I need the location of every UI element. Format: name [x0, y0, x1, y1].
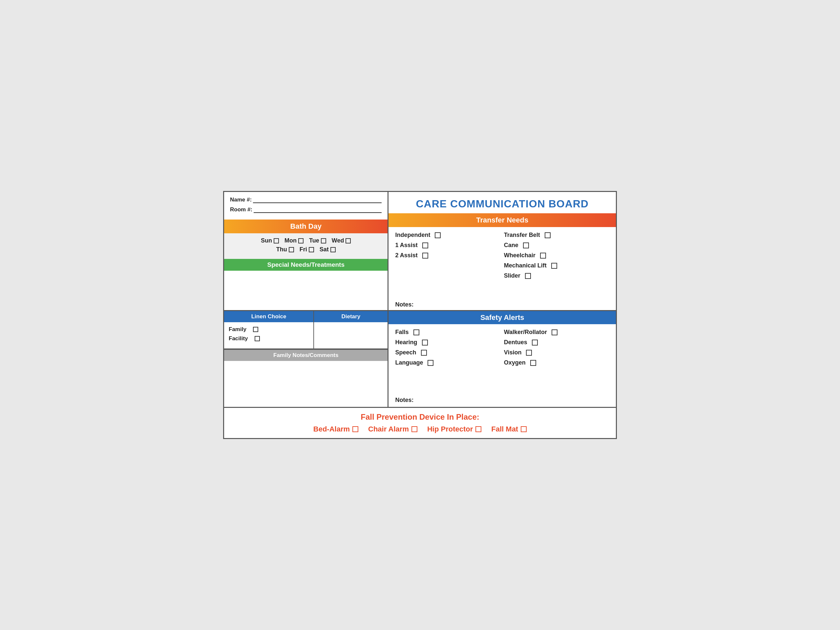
- falls-checkbox[interactable]: [414, 330, 419, 335]
- sat-checkbox[interactable]: [330, 247, 336, 252]
- footer-section: Fall Prevention Device In Place: Bed-Ala…: [224, 408, 616, 438]
- mon-checkbox[interactable]: [298, 238, 303, 243]
- right-top-panel: CARE COMMUNICATION BOARD Transfer Needs …: [388, 192, 616, 310]
- left-bottom-panel: Linen Choice Family Facility Dietary: [224, 311, 388, 407]
- day-sun[interactable]: Sun: [261, 237, 279, 244]
- cane-checkbox[interactable]: [523, 243, 529, 248]
- tue-checkbox[interactable]: [321, 238, 326, 243]
- fall-prevention-title: Fall Prevention Device In Place:: [231, 412, 609, 422]
- bath-day-header: Bath Day: [224, 219, 387, 233]
- linen-content: Family Facility: [224, 322, 313, 349]
- day-wed[interactable]: Wed: [332, 237, 351, 244]
- safety-hearing: Hearing: [395, 339, 501, 346]
- transfer-wheelchair: Wheelchair: [504, 252, 609, 259]
- wheelchair-checkbox[interactable]: [540, 253, 546, 259]
- safety-walker: Walker/Rollator: [504, 329, 609, 336]
- safety-falls: Falls: [395, 329, 501, 336]
- oxygen-checkbox[interactable]: [530, 360, 536, 366]
- safety-alerts-header: Safety Alerts: [388, 311, 616, 324]
- care-communication-board: Name #: Room #: Bath Day Sun Mon Tue Wed: [223, 191, 617, 439]
- dietary-cell: Dietary: [314, 311, 387, 349]
- family-checkbox[interactable]: [253, 327, 258, 332]
- name-label: Name #:: [230, 197, 252, 203]
- board-title: CARE COMMUNICATION BOARD: [388, 192, 616, 213]
- linen-facility: Facility: [229, 335, 309, 342]
- transfer-needs-header: Transfer Needs: [388, 213, 616, 227]
- bottom-section: Linen Choice Family Facility Dietary: [224, 311, 616, 408]
- transfer-independent: Independent: [395, 232, 501, 238]
- hip-protector-checkbox[interactable]: [475, 426, 482, 432]
- fall-prevention-items: Bed-Alarm Chair Alarm Hip Protector Fall…: [231, 425, 609, 433]
- family-notes-header: Family Notes/Comments: [224, 349, 387, 361]
- safety-content: Falls Hearing Speech Language Walker/Rol…: [388, 324, 616, 396]
- safety-left-col: Falls Hearing Speech Language: [395, 329, 501, 392]
- two-assist-checkbox[interactable]: [422, 253, 428, 259]
- safety-language: Language: [395, 359, 501, 366]
- transfer-left-col: Independent 1 Assist 2 Assist: [395, 232, 501, 293]
- room-label: Room #:: [230, 206, 252, 213]
- name-field-row: Name #:: [230, 197, 382, 203]
- thu-checkbox[interactable]: [289, 247, 294, 252]
- chair-alarm-item[interactable]: Chair Alarm: [368, 425, 417, 433]
- safety-oxygen: Oxygen: [504, 359, 609, 366]
- fall-mat-label: Fall Mat: [491, 425, 518, 433]
- hip-protector-label: Hip Protector: [427, 425, 473, 433]
- transfer-cane: Cane: [504, 242, 609, 249]
- dietary-header: Dietary: [314, 311, 387, 322]
- special-needs-content: [224, 271, 387, 310]
- vision-checkbox[interactable]: [526, 350, 532, 356]
- sun-checkbox[interactable]: [274, 238, 279, 243]
- dentures-checkbox[interactable]: [532, 339, 538, 346]
- transfer-content: Independent 1 Assist 2 Assist Transfer B…: [388, 227, 616, 298]
- safety-vision: Vision: [504, 349, 609, 356]
- linen-dietary-row: Linen Choice Family Facility Dietary: [224, 311, 387, 349]
- hip-protector-item[interactable]: Hip Protector: [427, 425, 482, 433]
- transfer-right-col: Transfer Belt Cane Wheelchair Mechanical…: [504, 232, 609, 293]
- left-top-panel: Name #: Room #: Bath Day Sun Mon Tue Wed: [224, 192, 388, 310]
- name-underline: [253, 202, 382, 203]
- walker-checkbox[interactable]: [551, 330, 557, 335]
- wed-checkbox[interactable]: [346, 238, 351, 243]
- transfer-2assist: 2 Assist: [395, 252, 501, 259]
- day-fri[interactable]: Fri: [300, 246, 314, 253]
- linen-choice-header: Linen Choice: [224, 311, 313, 322]
- bath-days-section: Sun Mon Tue Wed Thu Fri Sat: [224, 233, 387, 259]
- day-sat[interactable]: Sat: [320, 246, 336, 253]
- safety-dentures: Dentues: [504, 339, 609, 346]
- fri-checkbox[interactable]: [309, 247, 314, 252]
- room-field-row: Room #:: [230, 206, 382, 213]
- language-checkbox[interactable]: [428, 360, 433, 366]
- transfer-1assist: 1 Assist: [395, 242, 501, 249]
- bed-alarm-item[interactable]: Bed-Alarm: [313, 425, 358, 433]
- transfer-notes: Notes:: [388, 298, 616, 310]
- mechanical-lift-checkbox[interactable]: [551, 263, 557, 269]
- safety-speech: Speech: [395, 349, 501, 356]
- transfer-mechanical-lift: Mechanical Lift: [504, 262, 609, 269]
- day-mon[interactable]: Mon: [284, 237, 303, 244]
- independent-checkbox[interactable]: [435, 232, 441, 238]
- chair-alarm-checkbox[interactable]: [412, 426, 417, 432]
- safety-notes: Notes:: [388, 396, 616, 407]
- facility-checkbox[interactable]: [255, 336, 260, 341]
- one-assist-checkbox[interactable]: [422, 243, 428, 248]
- top-section: Name #: Room #: Bath Day Sun Mon Tue Wed: [224, 192, 616, 311]
- patient-fields: Name #: Room #:: [224, 192, 387, 219]
- linen-family: Family: [229, 326, 309, 333]
- transfer-belt-checkbox[interactable]: [545, 232, 551, 238]
- fall-mat-item[interactable]: Fall Mat: [491, 425, 527, 433]
- special-needs-header: Special Needs/Treatments: [224, 259, 387, 271]
- right-bottom-panel: Safety Alerts Falls Hearing Speech Langu…: [388, 311, 616, 407]
- day-tue[interactable]: Tue: [309, 237, 326, 244]
- day-thu[interactable]: Thu: [276, 246, 294, 253]
- speech-checkbox[interactable]: [421, 350, 427, 356]
- slider-checkbox[interactable]: [525, 273, 531, 279]
- bed-alarm-checkbox[interactable]: [352, 426, 358, 432]
- room-underline: [254, 212, 382, 213]
- transfer-slider: Slider: [504, 272, 609, 279]
- chair-alarm-label: Chair Alarm: [368, 425, 409, 433]
- family-notes-content: [224, 361, 387, 407]
- hearing-checkbox[interactable]: [422, 339, 428, 346]
- bed-alarm-label: Bed-Alarm: [313, 425, 350, 433]
- bath-days-row1: Sun Mon Tue Wed: [227, 237, 385, 244]
- fall-mat-checkbox[interactable]: [521, 426, 527, 432]
